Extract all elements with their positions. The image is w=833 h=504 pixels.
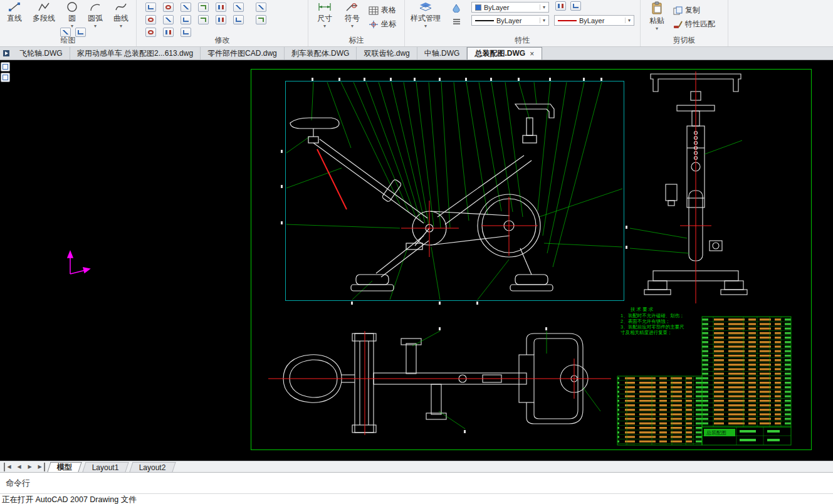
trim-icon[interactable] — [181, 3, 191, 12]
svg-text:寸及相关精度进行复查；: 寸及相关精度进行复查； — [621, 330, 673, 335]
first-layout-icon[interactable]: ◀ — [4, 463, 13, 471]
symbol-label: 符号 — [345, 13, 360, 24]
dimension-icon — [318, 1, 332, 13]
close-tab-icon[interactable]: × — [529, 50, 535, 58]
spline-flyout-arrow-icon[interactable]: ▾ — [120, 24, 122, 28]
mini-palette-icon-1[interactable] — [1, 62, 10, 71]
paste-arrow-icon[interactable]: ▾ — [656, 27, 658, 31]
centerlines-front-view — [680, 71, 711, 303]
symbol-flyout-arrow-icon[interactable]: ▾ — [351, 24, 354, 28]
circle-flyout-arrow-icon[interactable]: ▾ — [71, 24, 73, 28]
circle-button[interactable]: 圆 ▾ — [63, 1, 81, 28]
command-line-panel[interactable]: 命令行 — [0, 472, 833, 493]
rotate-icon[interactable] — [163, 3, 174, 12]
polyline-button[interactable]: 多段线 — [28, 1, 60, 24]
last-layout-icon[interactable]: ▶ — [36, 463, 45, 471]
document-tab-bar: 飞轮轴.DWG 家用动感单车 总装配图2...613.dwg 零件部件图CAD.… — [0, 47, 833, 60]
arc-flyout-arrow-icon[interactable]: ▾ — [94, 24, 97, 28]
fillet-icon[interactable] — [216, 15, 226, 24]
ribbon: 直线 多段线 圆 ▾ 圆弧 ▾ 曲线 ▾ 绘图 — [0, 0, 833, 47]
match-properties-button[interactable]: 特性匹配 — [673, 19, 715, 29]
erase-icon[interactable] — [198, 3, 209, 12]
offset-icon[interactable] — [145, 15, 156, 24]
color-value: ByLayer — [579, 17, 625, 24]
stretch-icon[interactable] — [198, 15, 209, 24]
copy-tool-icon[interactable] — [216, 3, 226, 12]
prev-layout-icon[interactable]: ◀ — [14, 463, 24, 471]
tab-layout2[interactable]: Layout2 — [129, 462, 176, 472]
command-line-title: 命令行 — [6, 478, 30, 489]
style-manager-arrow-icon[interactable]: ▾ — [424, 24, 427, 28]
doc-tab-brake-assembly[interactable]: 刹车装配体.DWG — [285, 47, 357, 60]
centerlines-side-view — [317, 149, 538, 257]
layer-color-swatch-icon — [475, 4, 481, 11]
main-view-frame — [286, 81, 624, 301]
layout-tab-bar: ◀ ◀ ▶ ▶ 模型 Layout1 Layout2 — [0, 461, 833, 472]
arc-button[interactable]: 圆弧 ▾ — [84, 1, 107, 28]
array-icon[interactable] — [163, 15, 174, 24]
doc-tab-double-gear[interactable]: 双联齿轮.dwg — [357, 47, 417, 60]
explode-icon[interactable] — [233, 15, 244, 24]
linetype-dropdown-arrow-icon[interactable]: ▾ — [540, 18, 548, 23]
lineweight-icon[interactable] — [555, 1, 566, 11]
break-icon[interactable] — [256, 15, 266, 24]
doc-tab-center-axle[interactable]: 中轴.DWG — [417, 47, 468, 60]
line-button[interactable]: 直线 — [3, 1, 26, 24]
annotate-panel-label[interactable]: 标注 — [308, 35, 404, 46]
transparency-icon[interactable] — [450, 3, 463, 13]
panel-modify: 修改 — [137, 0, 308, 46]
modify-panel-label[interactable]: 修改 — [137, 35, 308, 46]
autocad-window: 直线 多段线 圆 ▾ 圆弧 ▾ 曲线 ▾ 绘图 — [0, 0, 833, 504]
drawing-canvas[interactable]: 技 术 要 求 1、装配时不允许磕碰、划伤； 2、表面不允许有锈蚀； 3、装配前… — [0, 60, 833, 461]
style-manager-label: 样式管理 — [411, 13, 441, 24]
copy-button[interactable]: 复制 — [673, 5, 700, 16]
symbol-button[interactable]: 符号 ▾ — [340, 1, 365, 28]
layer-dropdown-arrow-icon[interactable]: ▾ — [540, 4, 548, 10]
copy-label: 复制 — [685, 5, 700, 16]
polyline-label: 多段线 — [33, 13, 55, 24]
tab-layout1[interactable]: Layout1 — [82, 462, 128, 472]
mini-palette-icon-2[interactable] — [1, 73, 10, 82]
doc-tab-part-drawings[interactable]: 零件部件图CAD.dwg — [201, 47, 285, 60]
doc-tab-flywheel-shaft[interactable]: 飞轮轴.DWG — [13, 47, 70, 60]
doc-tab-home-spin-bike[interactable]: 家用动感单车 总装配图2...613.dwg — [70, 47, 201, 60]
layer-dropdown[interactable]: ByLayer ▾ — [471, 2, 549, 13]
mirror-icon[interactable] — [233, 3, 244, 12]
spline-button[interactable]: 曲线 ▾ — [109, 1, 133, 28]
properties-panel-label[interactable]: 特性 — [405, 35, 640, 46]
linetype-dropdown[interactable]: ByLayer ▾ — [471, 15, 549, 26]
style-manager-icon — [419, 1, 432, 13]
style-manager-button[interactable]: 样式管理 ▾ — [407, 1, 444, 28]
move-icon[interactable] — [145, 3, 156, 12]
tab-model[interactable]: 模型 — [47, 462, 81, 472]
dimension-button[interactable]: 尺寸 ▾ — [312, 1, 337, 28]
properties-list-icon[interactable] — [450, 16, 463, 27]
doc-tab-general-assembly[interactable]: 总装配图.DWG × — [467, 47, 542, 60]
color-dropdown[interactable]: ByLayer ▾ — [554, 15, 634, 26]
doc-tab-label: 总装配图.DWG — [474, 48, 525, 59]
next-layout-icon[interactable]: ▶ — [25, 463, 34, 471]
plot-style-icon[interactable] — [570, 1, 581, 11]
title-block: 总装配图 — [702, 427, 791, 445]
status-bar: 正在打开 AutoCAD 2007 Drawing 文件 — [0, 493, 833, 504]
coordinate-icon — [369, 20, 379, 29]
leader-lines — [286, 82, 622, 300]
paste-button[interactable]: 粘贴 ▾ — [646, 1, 668, 31]
doc-tab-label: 零件部件图CAD.dwg — [207, 48, 277, 59]
paste-label: 粘贴 — [649, 16, 664, 26]
tab-overflow-menu-icon[interactable] — [0, 47, 13, 60]
scale-icon[interactable] — [181, 15, 191, 24]
dimension-flyout-arrow-icon[interactable]: ▾ — [323, 24, 326, 28]
linetype-value: ByLayer — [496, 17, 540, 24]
color-dropdown-arrow-icon[interactable]: ▾ — [625, 18, 633, 23]
panel-annotate: 尺寸 ▾ 符号 ▾ 表格 坐标 标注 — [308, 0, 405, 46]
svg-text:1、装配时不允许磕碰、划伤；: 1、装配时不允许磕碰、划伤； — [621, 313, 684, 318]
coordinate-button[interactable]: 坐标 — [369, 19, 396, 29]
draw-panel-label[interactable]: 绘图 — [0, 35, 136, 46]
clipboard-panel-label[interactable]: 剪切板 — [641, 35, 728, 46]
table-button[interactable]: 表格 — [369, 5, 396, 16]
line-label: 直线 — [7, 13, 22, 24]
spline-icon — [115, 1, 127, 13]
join-icon[interactable] — [256, 3, 266, 12]
symbol-icon — [345, 1, 359, 13]
